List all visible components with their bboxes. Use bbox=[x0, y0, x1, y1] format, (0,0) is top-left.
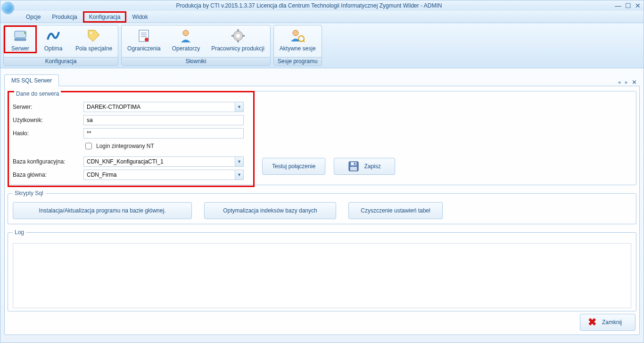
ribbon-group-sesje-label: Sesje programu bbox=[274, 57, 322, 65]
svg-rect-21 bbox=[350, 167, 357, 171]
menu-konfiguracja[interactable]: Konfiguracja bbox=[83, 11, 127, 23]
session-icon bbox=[290, 28, 305, 43]
ribbon-optima[interactable]: Optima bbox=[37, 25, 70, 53]
ribbon-serwer[interactable]: Serwer bbox=[4, 25, 37, 53]
server-input[interactable] bbox=[83, 102, 244, 112]
cfgdb-combo[interactable]: ▼ bbox=[83, 156, 244, 167]
menu-opcje[interactable]: Opcje bbox=[20, 12, 46, 22]
cfgdb-input[interactable] bbox=[83, 156, 244, 167]
tab-scroll-right-icon[interactable]: ► bbox=[624, 80, 629, 85]
server-label: Serwer: bbox=[13, 104, 83, 110]
title-bar: Produkcja by CTI v.2015.1.3.37 Licencja … bbox=[0, 0, 644, 11]
chevron-down-icon[interactable]: ▼ bbox=[235, 157, 243, 166]
clean-button[interactable]: Czyszczenie ustawień tabel bbox=[348, 202, 443, 219]
ribbon-pola[interactable]: Pola specjalne bbox=[70, 25, 118, 53]
svg-rect-0 bbox=[15, 31, 26, 38]
ribbon-group-konfiguracja: Serwer Optima Pola specjalne Konfiguracj… bbox=[3, 25, 118, 66]
nt-checkbox[interactable] bbox=[85, 143, 92, 149]
user-label: Użytkownik: bbox=[13, 117, 83, 123]
ribbon-pracownicy[interactable]: Pracownicy produkcji bbox=[206, 25, 270, 53]
close-label: Zamknij bbox=[602, 319, 622, 326]
gear-icon bbox=[231, 28, 246, 43]
svg-rect-22 bbox=[354, 163, 355, 165]
save-button[interactable]: Zapisz bbox=[334, 158, 395, 175]
optimize-button[interactable]: Optymalizacja indeksów bazy danych bbox=[204, 202, 336, 219]
close-window-button[interactable]: ✕ bbox=[635, 2, 641, 9]
ribbon-group-slowniki-label: Słowniki bbox=[122, 57, 270, 65]
content-panel: Dane do serwera Serwer: ▼ Użytkownik: Ha… bbox=[4, 86, 640, 335]
save-icon bbox=[348, 161, 359, 172]
svg-point-3 bbox=[90, 32, 92, 34]
optima-icon bbox=[46, 28, 61, 43]
ribbon-pracownicy-label: Pracownicy produkcji bbox=[211, 45, 264, 52]
close-button[interactable]: ✖ Zamknij bbox=[580, 314, 636, 331]
svg-point-11 bbox=[236, 34, 240, 38]
maindb-label: Baza główna: bbox=[13, 172, 83, 178]
tab-close-icon[interactable]: ✕ bbox=[632, 79, 637, 86]
svg-line-18 bbox=[303, 41, 305, 42]
ribbon-ograniczenia-label: Ograniczenia bbox=[127, 45, 161, 52]
server-combo[interactable]: ▼ bbox=[83, 102, 244, 112]
fieldset-sql: Skrypty Sql Instalacja/Aktualizacja prog… bbox=[8, 190, 636, 224]
ribbon-ograniczenia[interactable]: Ograniczenia bbox=[122, 25, 166, 53]
chevron-down-icon[interactable]: ▼ bbox=[235, 102, 243, 112]
ribbon-pola-label: Pola specjalne bbox=[75, 45, 112, 52]
ribbon-group-slowniki: Ograniczenia Operatorzy Pracownicy produ… bbox=[121, 25, 271, 66]
svg-rect-20 bbox=[351, 162, 356, 165]
ribbon-aktywne[interactable]: Aktywne sesje bbox=[274, 25, 322, 53]
ribbon-group-konfiguracja-label: Konfiguracja bbox=[4, 57, 118, 65]
user-input[interactable] bbox=[83, 115, 244, 125]
save-label: Zapisz bbox=[364, 163, 380, 170]
maximize-button[interactable]: ☐ bbox=[625, 2, 631, 9]
fieldset-log-legend: Log bbox=[13, 229, 26, 236]
svg-rect-1 bbox=[15, 39, 26, 41]
ribbon-operatorzy[interactable]: Operatorzy bbox=[166, 25, 206, 53]
svg-point-9 bbox=[183, 30, 189, 36]
ribbon-operatorzy-label: Operatorzy bbox=[172, 45, 200, 52]
fieldset-dane-legend: Dane do serwera bbox=[14, 90, 61, 97]
maindb-input[interactable] bbox=[83, 170, 244, 180]
server-icon bbox=[13, 28, 28, 43]
ribbon-aktywne-label: Aktywne sesje bbox=[280, 45, 316, 52]
minimize-button[interactable]: — bbox=[615, 2, 621, 9]
fieldset-log: Log bbox=[8, 229, 636, 311]
list-icon bbox=[136, 28, 151, 43]
clean-label: Czyszczenie ustawień tabel bbox=[361, 207, 430, 214]
svg-point-2 bbox=[24, 32, 26, 34]
person-icon bbox=[178, 28, 193, 43]
ribbon-serwer-label: Serwer bbox=[11, 45, 29, 52]
menu-bar: Opcje Produkcja Konfiguracja Widok bbox=[0, 11, 644, 23]
ribbon-group-sesje: Aktywne sesje Sesje programu bbox=[273, 25, 322, 66]
nt-label: Login zintegrowany NT bbox=[96, 143, 154, 149]
ribbon-optima-label: Optima bbox=[44, 45, 63, 52]
svg-point-16 bbox=[293, 30, 298, 36]
tab-scroll-left-icon[interactable]: ◄ bbox=[617, 80, 621, 85]
menu-widok[interactable]: Widok bbox=[126, 12, 153, 22]
install-label: Instalacja/Aktualizacja programu na bazi… bbox=[39, 207, 166, 214]
test-connection-button[interactable]: Testuj połączenie bbox=[262, 158, 325, 175]
maindb-combo[interactable]: ▼ bbox=[83, 170, 244, 180]
app-logo bbox=[2, 2, 14, 14]
tag-icon bbox=[86, 28, 101, 43]
close-icon: ✖ bbox=[588, 317, 596, 327]
pass-label: Hasło: bbox=[13, 130, 83, 137]
chevron-down-icon[interactable]: ▼ bbox=[235, 170, 243, 180]
fieldset-sql-legend: Skrypty Sql bbox=[13, 190, 45, 196]
optimize-label: Optymalizacja indeksów bazy danych bbox=[223, 207, 317, 214]
install-button[interactable]: Instalacja/Aktualizacja programu na bazi… bbox=[13, 202, 192, 219]
ribbon: Serwer Optima Pola specjalne Konfiguracj… bbox=[0, 23, 644, 68]
tab-mssql[interactable]: MS SQL Serwer bbox=[4, 74, 59, 86]
test-connection-label: Testuj połączenie bbox=[272, 163, 315, 170]
window-title: Produkcja by CTI v.2015.1.3.37 Licencja … bbox=[3, 2, 615, 9]
pass-input[interactable] bbox=[83, 128, 244, 139]
cfgdb-label: Baza konfiguracyjna: bbox=[13, 158, 83, 165]
svg-point-8 bbox=[145, 38, 149, 41]
menu-produkcja[interactable]: Produkcja bbox=[46, 12, 83, 22]
tab-strip: MS SQL Serwer ◄ ► ✕ bbox=[4, 73, 640, 86]
log-textarea[interactable] bbox=[13, 243, 631, 308]
